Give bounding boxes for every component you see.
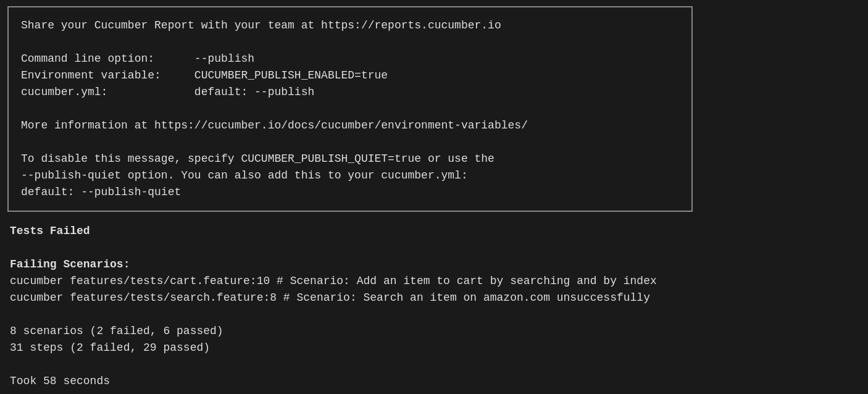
box-line-11: default: --publish-quiet bbox=[21, 184, 679, 201]
tests-failed-label: Tests Failed bbox=[10, 223, 858, 240]
failing-scenarios-header: Failing Scenarios: bbox=[10, 256, 858, 273]
box-line-10: --publish-quiet option. You can also add… bbox=[21, 167, 679, 184]
timing-info: Took 58 seconds bbox=[10, 373, 858, 390]
box-line-4: Environment variable: CUCUMBER_PUBLISH_E… bbox=[21, 67, 679, 84]
failing-scenario-1: cucumber features/tests/cart.feature:10 … bbox=[10, 273, 858, 290]
steps-summary: 31 steps (2 failed, 29 passed) bbox=[10, 340, 858, 356]
box-line-5: cucumber.yml: default: --publish bbox=[21, 84, 679, 101]
failing-scenario-2: cucumber features/tests/search.feature:8… bbox=[10, 290, 858, 306]
cucumber-report-box: Share your Cucumber Report with your tea… bbox=[7, 6, 693, 212]
box-line-7: More information at https://cucumber.io/… bbox=[21, 117, 679, 134]
scenario-summary: 8 scenarios (2 failed, 6 passed) bbox=[10, 323, 858, 340]
box-line-1: Share your Cucumber Report with your tea… bbox=[21, 17, 679, 34]
main-output: Tests Failed Failing Scenarios: cucumber… bbox=[7, 223, 861, 390]
terminal-output: Share your Cucumber Report with your tea… bbox=[7, 6, 861, 390]
box-line-9: To disable this message, specify CUCUMBE… bbox=[21, 151, 679, 167]
box-line-3: Command line option: --publish bbox=[21, 51, 679, 67]
